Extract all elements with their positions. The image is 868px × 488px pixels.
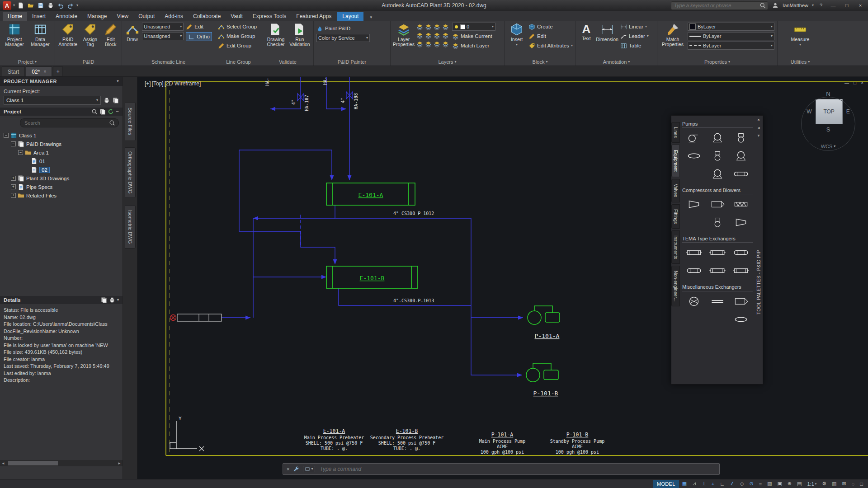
panel-label-properties[interactable]: Properties▾ (657, 58, 777, 66)
data-manager-button[interactable]: Data Manager (28, 23, 52, 47)
details-print-icon[interactable] (109, 297, 115, 303)
paint-pid-button[interactable]: Paint P&ID (316, 24, 370, 33)
ribbon-collapse-icon[interactable]: ▾ (367, 14, 375, 21)
match-properties-button[interactable]: Match Properties (660, 23, 685, 47)
help-button[interactable]: ? (817, 2, 825, 9)
insert-block-button[interactable]: Insert ▾ (507, 23, 526, 47)
redo-button[interactable] (66, 1, 75, 9)
layer-tool-icon[interactable] (434, 41, 440, 47)
open-file-button[interactable] (27, 1, 35, 9)
assign-tag-button[interactable]: Assign Tag (80, 23, 100, 47)
palette-item-misc-exchanger[interactable] (729, 292, 753, 310)
tab-output[interactable]: Output (133, 12, 160, 21)
layer-tool-icon[interactable] (442, 32, 449, 39)
leader-button[interactable]: Leader ▾ (620, 32, 649, 40)
equipment-pump-P-101-B[interactable] (526, 363, 558, 382)
equipment-pump-P-101-A[interactable] (528, 306, 560, 324)
current-project-combo[interactable]: Class 1 ▾ (4, 96, 101, 105)
command-customize-wrench-icon[interactable] (293, 466, 299, 472)
user-menu-caret-icon[interactable]: ▾ (812, 4, 814, 7)
pid-annotate-button[interactable]: P&ID Annotate (58, 23, 78, 47)
run-validation-button[interactable]: Run Validation (289, 23, 311, 47)
scroll-left-icon[interactable]: ◄ (0, 461, 6, 465)
edit-group-button[interactable]: Edit Group (218, 42, 257, 50)
layer-combo[interactable]: 0 ▾ (452, 23, 495, 31)
lineweight-combo[interactable]: ByLayer ▾ (688, 32, 774, 40)
file-tab-close-icon[interactable]: × (43, 69, 46, 74)
tab-annotate[interactable]: Annotate (51, 12, 82, 21)
command-close-icon[interactable]: × (287, 466, 289, 472)
tree-node-pid-drawings[interactable]: − P&ID Drawings (0, 140, 123, 148)
panel-label-project[interactable]: Project▾ (0, 58, 55, 66)
palette-item-pump[interactable] (706, 147, 729, 165)
restore-button[interactable]: □ (842, 1, 852, 9)
details-horizontal-scrollbar[interactable]: ◄ ► (0, 460, 123, 466)
project-search-icon[interactable] (91, 108, 98, 115)
edit-block-row-button[interactable]: Edit (528, 32, 573, 40)
palette-item-pump[interactable] (729, 165, 753, 183)
palette-item-exchanger[interactable] (729, 244, 753, 262)
expander-icon[interactable]: + (11, 176, 16, 181)
viewport-plus-control[interactable]: [+] (145, 80, 151, 87)
select-group-button[interactable]: Select Group (218, 23, 257, 31)
tab-featured-apps[interactable]: Featured Apps (291, 12, 336, 21)
tab-addins[interactable]: Add-ins (160, 12, 188, 21)
file-tab-start[interactable]: Start (2, 66, 25, 76)
details-caret-icon[interactable]: ▾ (117, 298, 119, 302)
dimension-button[interactable]: Dimension (596, 23, 618, 42)
inline-instrument[interactable] (170, 314, 222, 321)
panel-label-block[interactable]: Block▾ (505, 58, 576, 66)
measure-button[interactable]: Measure ▾ (788, 23, 813, 47)
layer-tool-icon[interactable] (434, 23, 440, 30)
command-line[interactable]: × ▾ (283, 463, 720, 475)
create-block-button[interactable]: Create (528, 23, 573, 31)
valve-tag-HA-108[interactable]: HA-108 (354, 93, 359, 109)
tree-node-02-selected[interactable]: 02 (0, 165, 123, 174)
layer-tool-icon[interactable] (442, 23, 449, 30)
tab-insert[interactable]: Insert (27, 12, 51, 21)
transparency-icon[interactable]: ▧ (765, 480, 774, 488)
edit-attributes-button[interactable]: Edit Attributes ▾ (528, 42, 573, 50)
undo-button[interactable] (57, 1, 65, 9)
isodraft-icon[interactable]: ◇ (738, 480, 746, 488)
color-by-service-combo[interactable]: Color by Service ▾ (316, 34, 370, 42)
panel-dock-caret-icon[interactable]: ▾ (117, 80, 119, 83)
exchanger-B-tag[interactable]: E-101-B (360, 275, 385, 282)
layer-tool-icon[interactable] (434, 32, 440, 39)
project-print-icon[interactable] (104, 97, 110, 103)
tab-isometric-dwg[interactable]: Isometric DWG (125, 205, 136, 249)
pump-B-tag[interactable]: P-101-B (533, 390, 558, 397)
linetype-combo[interactable]: ByLayer ▾ (688, 42, 774, 50)
palette-tab-lines[interactable]: Lines (671, 122, 680, 143)
user-avatar-icon[interactable] (772, 2, 779, 9)
make-current-button[interactable]: Make Current (452, 32, 495, 40)
palette-item-compressor[interactable] (729, 213, 753, 231)
project-collapse-icon[interactable]: − (116, 109, 119, 114)
grid-toggle-icon[interactable]: ▦ (680, 480, 689, 488)
scroll-right-icon[interactable]: ► (116, 461, 123, 465)
pipe-network[interactable] (222, 77, 523, 375)
text-button[interactable]: A Text (579, 23, 594, 41)
plot-button[interactable] (47, 1, 55, 9)
selection-cycling-icon[interactable]: ▣ (775, 480, 784, 488)
doc-close-icon[interactable]: × (861, 80, 863, 85)
annotation-visibility-icon[interactable]: ⊕ (785, 480, 794, 488)
isolate-objects-icon[interactable]: ◌ (849, 480, 857, 488)
tab-express-tools[interactable]: Express Tools (248, 12, 291, 21)
palette-tab-instruments[interactable]: Instruments (671, 230, 680, 264)
palette-tab-non-engineered[interactable]: Non-engineer... (671, 266, 680, 306)
scrollbar-thumb[interactable] (8, 461, 58, 465)
command-input[interactable] (319, 465, 716, 473)
project-refresh-icon[interactable] (108, 108, 114, 115)
palette-item-misc-exchanger[interactable] (729, 310, 753, 328)
palette-item-exchanger[interactable] (729, 262, 753, 280)
project-manager-button[interactable]: Project Manager (3, 23, 26, 47)
exchanger-A-tag[interactable]: E-101-A (359, 192, 383, 198)
panel-label-layers[interactable]: Layers▾ (391, 58, 504, 66)
infer-constraints-icon[interactable]: ⊥ (699, 480, 708, 488)
palette-item-compressor[interactable] (706, 213, 729, 231)
snap-toggle-icon[interactable]: ⊿ (690, 480, 698, 488)
tab-view[interactable]: View (112, 12, 133, 21)
palette-tab-valves[interactable]: Valves (671, 179, 680, 202)
tree-node-class1[interactable]: − Class 1 (0, 131, 123, 140)
